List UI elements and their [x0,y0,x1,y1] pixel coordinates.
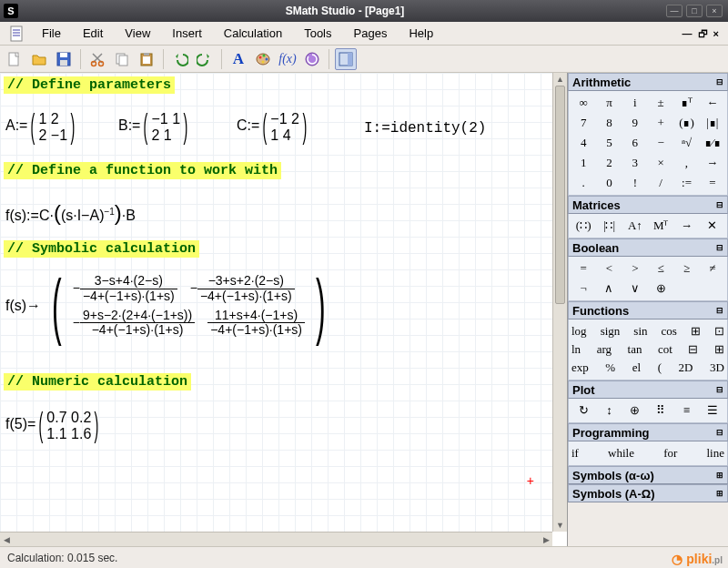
palette-cell[interactable]: + [649,114,672,132]
symbolic-result[interactable]: f(s)→ ( −3−s+4·(2−s)−4+(−1+s)·(1+s) −−3+… [5,273,333,339]
palette-cell[interactable]: 2 [597,154,621,172]
palette-cell[interactable]: ¬ [571,279,595,298]
paste-button[interactable] [136,48,157,70]
cut-button[interactable] [86,48,108,70]
palette-cell[interactable]: → [701,154,724,172]
collapse-icon[interactable]: ⊟ [716,200,723,209]
expand-icon[interactable]: ⊞ [716,471,723,480]
palette-cell[interactable]: ↻ [571,401,595,420]
palette-cell[interactable]: ∨ [623,279,647,298]
palette-header-plot[interactable]: Plot⊟ [568,380,728,399]
maximize-button[interactable]: □ [686,5,703,17]
palette-cell[interactable]: = [571,259,595,278]
palette-cell[interactable]: ✕ [701,217,724,235]
palette-cell[interactable]: (∷) [571,217,595,235]
palette-cell[interactable]: arg [597,340,612,359]
palette-cell[interactable]: Mᵀ [649,217,672,235]
menu-file[interactable]: File [31,26,72,40]
palette-cell[interactable]: ∎⁄∎ [701,134,724,152]
palette-cell[interactable]: ln [571,340,581,359]
palette-cell[interactable]: ⊞ [691,322,701,340]
recalculate-button[interactable] [301,48,323,70]
palette-cell[interactable]: ≥ [674,259,698,278]
comment-define-func[interactable]: // Define a function to work with [4,162,281,179]
horizontal-scrollbar[interactable]: ◀ ▶ [0,532,552,546]
save-file-button[interactable] [53,48,75,70]
palette-cell[interactable]: el [632,359,641,377]
palette-cell[interactable]: ⊕ [649,279,672,298]
mdi-restore-button[interactable]: 🗗 [698,28,708,39]
palette-cell[interactable]: % [605,359,615,377]
worksheet-area[interactable]: // Define parameters A:=(1 22 −1) B:=(−1… [0,73,568,546]
menu-tools[interactable]: Tools [293,26,342,40]
palette-cell[interactable]: sin [633,322,647,340]
palette-cell[interactable]: . [571,174,595,192]
palette-cell[interactable]: ≠ [701,259,724,278]
open-file-button[interactable] [28,48,50,70]
new-file-button[interactable] [4,48,25,70]
menu-insert[interactable]: Insert [161,26,213,40]
palette-cell[interactable]: while [608,444,634,462]
palette-cell[interactable]: / [649,174,672,192]
palette-cell[interactable]: 2D [679,359,693,377]
palette-cell[interactable]: 4 [571,134,595,152]
collapse-icon[interactable]: ⊟ [716,77,723,86]
menu-pages[interactable]: Pages [343,26,399,40]
comment-define-params[interactable]: // Define parameters [4,76,175,94]
palette-cell[interactable]: ± [649,94,672,112]
palette-cell[interactable]: → [674,217,698,235]
palette-cell[interactable]: × [649,154,672,172]
function-definition[interactable]: f(s):=C·((s·I−A)−1)·B [5,200,136,226]
undo-button[interactable] [169,48,191,70]
palette-cell[interactable]: 8 [597,114,621,132]
palette-cell[interactable]: = [701,174,724,192]
palette-cell[interactable]: |∷| [597,217,621,235]
palette-cell[interactable]: ⊕ [623,401,647,420]
scroll-down-icon[interactable]: ▼ [553,519,567,532]
menu-view[interactable]: View [114,26,161,40]
insert-function-button[interactable]: f(x) [277,48,298,70]
palette-cell[interactable]: sign [601,322,621,340]
scroll-right-icon[interactable]: ▶ [540,532,552,546]
palette-cell[interactable]: := [674,174,698,192]
minimize-button[interactable]: — [666,5,682,17]
palette-cell[interactable]: π [597,94,621,112]
toggle-panel-button[interactable] [335,48,357,70]
collapse-icon[interactable]: ⊟ [716,306,723,315]
palette-cell[interactable]: ! [623,174,647,192]
palette-header-programming[interactable]: Programming⊟ [568,423,728,441]
numeric-result[interactable]: f(5)=(0.7 0.21.1 1.6) [5,410,102,441]
palette-header-arithmetic[interactable]: Arithmetic⊟ [568,73,728,91]
palette-cell[interactable]: |∎| [701,114,724,132]
close-button[interactable]: × [706,5,723,17]
comment-numeric[interactable]: // Numeric calculation [4,373,191,390]
palette-cell[interactable]: log [571,322,587,340]
menu-calculation[interactable]: Calculation [213,26,293,40]
palette-cell[interactable]: ⊞ [714,340,724,359]
palette-cell[interactable]: i [623,94,647,112]
comment-symbolic[interactable]: // Symbolic calculation [4,240,199,258]
palette-cell[interactable]: 3 [623,154,647,172]
palette-cell[interactable] [701,279,724,298]
redo-button[interactable] [194,48,216,70]
palette-cell[interactable] [674,279,698,298]
palette-cell[interactable]: ≡ [674,401,698,420]
palette-cell[interactable]: 9 [623,114,647,132]
palette-cell[interactable]: ∞ [571,94,595,112]
scroll-thumb[interactable] [555,86,565,304]
scroll-left-icon[interactable]: ◀ [0,532,13,546]
palette-cell[interactable]: ☰ [701,401,724,420]
palette-cell[interactable]: < [597,259,621,278]
palette-cell[interactable]: ⁿ√ [674,134,698,152]
color-palette-button[interactable] [252,48,274,70]
palette-cell[interactable]: for [663,444,677,462]
matrix-b[interactable]: B:=(−1 1 2 1) [118,111,191,143]
palette-cell[interactable]: 7 [571,114,595,132]
palette-cell[interactable]: > [623,259,647,278]
mdi-close-button[interactable]: × [713,28,719,39]
matrix-c[interactable]: C:=(−1 2 1 4) [237,111,310,143]
palette-cell[interactable]: if [571,444,579,462]
palette-header-boolean[interactable]: Boolean⊟ [568,238,728,257]
palette-cell[interactable]: − [649,134,672,152]
palette-cell[interactable]: ∧ [597,279,621,298]
